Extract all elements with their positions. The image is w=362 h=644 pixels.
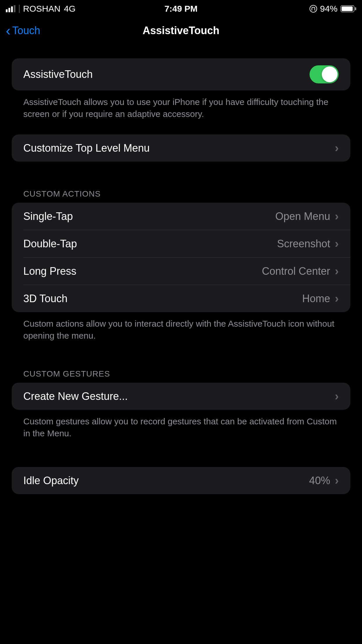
idle-opacity-row[interactable]: Idle Opacity 40% › [12,467,350,494]
custom-actions-footer: Custom actions allow you to interact dir… [12,312,350,342]
battery-icon [340,5,356,12]
back-button[interactable]: ‹ Touch [6,24,40,38]
status-divider [19,5,20,13]
3d-touch-label: 3D Touch [23,293,67,305]
battery-percent: 94% [320,4,338,14]
long-press-value: Control Center [262,265,330,277]
customize-menu-group: Customize Top Level Menu › [12,134,350,162]
carrier-label: ROSHAN [23,4,60,14]
double-tap-label: Double-Tap [23,238,77,250]
create-gesture-label: Create New Gesture... [23,390,128,402]
single-tap-row[interactable]: Single-Tap Open Menu › [12,203,350,230]
idle-opacity-label: Idle Opacity [23,475,79,487]
toggle-knob [322,66,338,82]
back-label: Touch [12,24,40,37]
custom-gestures-header: CUSTOM GESTURES [12,369,350,383]
assistive-touch-toggle-group: AssistiveTouch [12,58,350,90]
long-press-row[interactable]: Long Press Control Center › [12,258,350,285]
chevron-right-icon: › [335,265,339,278]
assistive-touch-footer: AssistiveTouch allows you to use your iP… [12,90,350,120]
status-bar: ROSHAN 4G 7:49 PM 94% [0,0,362,18]
custom-actions-group: Single-Tap Open Menu › Double-Tap Screen… [12,203,350,312]
rotation-lock-icon [310,5,317,13]
double-tap-row[interactable]: Double-Tap Screenshot › [12,230,350,257]
chevron-right-icon: › [335,390,339,403]
idle-opacity-group: Idle Opacity 40% › [12,467,350,494]
assistive-touch-label: AssistiveTouch [23,68,93,80]
idle-opacity-value: 40% [309,475,330,487]
chevron-right-icon: › [335,474,339,487]
double-tap-value: Screenshot [277,238,330,250]
status-left: ROSHAN 4G [6,4,75,14]
assistive-touch-toggle-row[interactable]: AssistiveTouch [12,58,350,90]
customize-top-level-menu-label: Customize Top Level Menu [23,142,150,154]
long-press-label: Long Press [23,265,76,277]
nav-title: AssistiveTouch [143,24,219,37]
chevron-left-icon: ‹ [6,24,10,38]
status-time: 7:49 PM [164,4,197,14]
chevron-right-icon: › [335,237,339,250]
signal-strength-icon [6,5,15,12]
custom-gestures-group: Create New Gesture... › [12,383,350,410]
customize-top-level-menu-row[interactable]: Customize Top Level Menu › [12,134,350,162]
network-label: 4G [64,4,75,14]
single-tap-label: Single-Tap [23,210,73,223]
navigation-bar: ‹ Touch AssistiveTouch [0,18,362,44]
custom-gestures-footer: Custom gestures allow you to record gest… [12,410,350,439]
chevron-right-icon: › [335,210,339,223]
3d-touch-row[interactable]: 3D Touch Home › [12,285,350,312]
3d-touch-value: Home [302,293,330,305]
chevron-right-icon: › [335,141,339,155]
chevron-right-icon: › [335,292,339,305]
create-gesture-row[interactable]: Create New Gesture... › [12,383,350,410]
status-right: 94% [310,4,356,14]
custom-actions-header: CUSTOM ACTIONS [12,189,350,203]
assistive-touch-toggle[interactable] [310,65,339,83]
single-tap-value: Open Menu [275,210,330,223]
